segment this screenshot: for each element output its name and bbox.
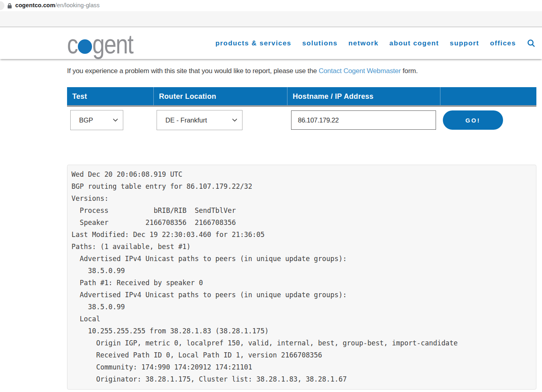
nav-network[interactable]: network xyxy=(348,39,379,47)
logo-dot-icon xyxy=(78,39,92,54)
nav-about-cogent[interactable]: about cogent xyxy=(389,39,439,47)
notice-text-after: form. xyxy=(401,67,418,75)
column-header-test: Test xyxy=(67,87,153,105)
page: cogentco.com/en/looking-glass cgent prod… xyxy=(0,0,542,392)
column-header-empty xyxy=(440,87,536,105)
browser-chrome-band xyxy=(0,11,542,27)
column-header-hostname-ip: Hostname / IP Address xyxy=(287,87,440,105)
urlbar-left-stub xyxy=(0,1,4,10)
column-header-router-location: Router Location xyxy=(153,87,287,105)
logo-text-end: gent xyxy=(92,29,133,59)
test-select-wrap: BGP xyxy=(70,110,123,130)
nav-offices[interactable]: offices xyxy=(490,39,516,47)
bgp-output-panel: Wed Dec 20 20:06:08.919 UTC BGP routing … xyxy=(67,165,536,390)
router-location-select-wrap: DE - Frankfurt xyxy=(157,110,242,130)
contact-webmaster-link[interactable]: Contact Cogent Webmaster xyxy=(319,67,401,75)
logo-text-start: c xyxy=(67,29,77,59)
hostname-ip-input[interactable] xyxy=(291,110,436,130)
cogent-logo[interactable]: cgent xyxy=(67,29,133,59)
nav-solutions[interactable]: solutions xyxy=(302,39,338,47)
nav-products-services[interactable]: products & services xyxy=(216,39,291,47)
browser-url-bar[interactable]: cogentco.com/en/looking-glass xyxy=(0,0,542,11)
go-button[interactable]: GO! xyxy=(443,110,503,130)
lookup-table-header: Test Router Location Hostname / IP Addre… xyxy=(67,87,536,107)
lookup-form-row: BGP DE - Frankfurt GO! xyxy=(67,110,536,131)
test-select[interactable]: BGP xyxy=(70,110,123,130)
lock-icon xyxy=(7,3,12,9)
main-nav: products & services solutions network ab… xyxy=(216,27,536,59)
url-path: /en/looking-glass xyxy=(55,2,100,8)
url-domain: cogentco.com xyxy=(15,2,55,8)
site-header: cgent products & services solutions netw… xyxy=(0,27,542,59)
url-text[interactable]: cogentco.com/en/looking-glass xyxy=(15,2,100,8)
site-problem-notice: If you experience a problem with this si… xyxy=(67,67,418,75)
router-location-select[interactable]: DE - Frankfurt xyxy=(157,110,242,130)
notice-text-before: If you experience a problem with this si… xyxy=(67,67,319,75)
bgp-output-text: Wed Dec 20 20:06:08.919 UTC BGP routing … xyxy=(67,165,536,385)
nav-support[interactable]: support xyxy=(450,39,479,47)
search-icon[interactable] xyxy=(527,39,536,48)
